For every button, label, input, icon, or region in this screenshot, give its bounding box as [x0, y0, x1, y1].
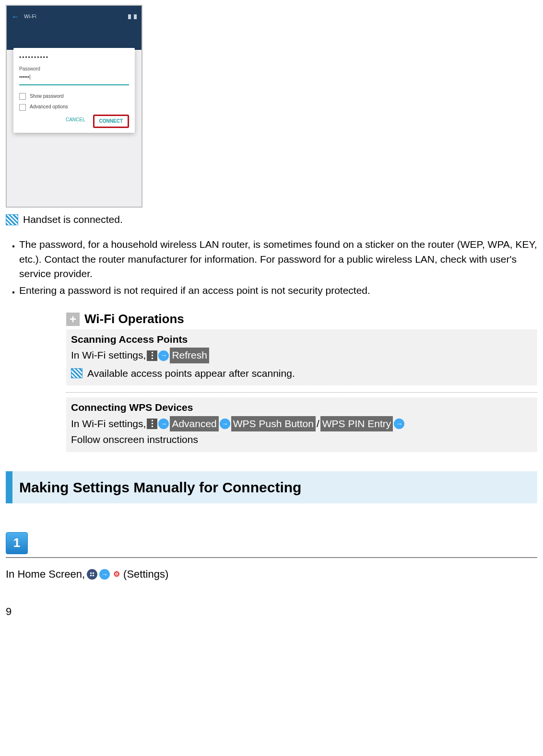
wps-push-tag: WPS Push Button — [231, 416, 316, 431]
arrow-icon — [99, 569, 110, 580]
notes-list: The password, for a household wireless L… — [6, 237, 537, 298]
menu-dots-icon — [147, 350, 157, 361]
password-label: Password — [19, 66, 129, 73]
arrow-icon — [394, 419, 404, 429]
connect-button: CONNECT — [93, 115, 129, 128]
advanced-options-checkbox — [19, 104, 26, 111]
gear-icon — [112, 570, 121, 579]
arrow-icon — [220, 419, 230, 429]
slash: / — [317, 417, 319, 431]
expand-plus-icon: + — [66, 313, 80, 326]
scanning-heading: Scanning Access Points — [71, 332, 532, 347]
connecting-wps-box: Connecting WPS Devices In Wi-Fi settings… — [66, 397, 537, 452]
scanning-access-points-box: Scanning Access Points In Wi-Fi settings… — [66, 329, 537, 385]
screenshot-title: Wi-Fi — [24, 13, 36, 21]
step-divider — [6, 557, 537, 558]
scan-result-text: Available access points appear after sca… — [87, 366, 295, 381]
wifi-operations-title: Wi-Fi Operations — [84, 310, 184, 328]
cancel-button: CANCEL — [63, 115, 88, 128]
screenshot-topbar: ← Wi-Fi — [7, 6, 142, 50]
note-item: Entering a password is not required if a… — [19, 283, 537, 298]
show-password-checkbox — [19, 93, 26, 100]
note-item: The password, for a household wireless L… — [19, 237, 537, 281]
refresh-tag: Refresh — [170, 348, 209, 363]
wps-follow-text: Follow onscreen instructions — [71, 432, 198, 447]
password-dialog: •••••••••• Password ••••••| Show passwor… — [13, 48, 135, 133]
apps-icon — [87, 569, 97, 580]
section-heading: Making Settings Manually for Connecting — [6, 471, 537, 504]
wps-prefix: In Wi-Fi settings, — [71, 417, 146, 431]
password-input: ••••••| — [19, 74, 129, 85]
page-number: 9 — [6, 604, 537, 619]
arrow-icon — [158, 419, 169, 429]
step-1-badge: 1 — [6, 532, 28, 554]
step1-prefix: In Home Screen, — [6, 567, 85, 582]
connected-text: Handset is connected. — [23, 212, 123, 227]
advanced-tag: Advanced — [170, 416, 218, 431]
network-name-masked: •••••••••• — [19, 54, 129, 62]
menu-dots-icon — [147, 419, 157, 429]
advanced-options-label: Advanced options — [30, 104, 68, 111]
status-icons — [128, 14, 137, 19]
wifi-result-icon — [71, 368, 83, 378]
step1-settings: (Settings) — [123, 567, 168, 582]
back-arrow-icon: ← — [12, 11, 19, 22]
arrow-icon — [158, 350, 169, 361]
divider — [66, 392, 537, 393]
wps-heading: Connecting WPS Devices — [71, 400, 532, 415]
wps-pin-tag: WPS PIN Entry — [320, 416, 393, 431]
wifi-connected-icon — [6, 214, 18, 225]
scan-prefix: In Wi-Fi settings, — [71, 348, 146, 362]
show-password-label: Show password — [30, 93, 64, 100]
wifi-password-screenshot: ← Wi-Fi •••••••••• Password ••••••| Show… — [6, 5, 142, 208]
